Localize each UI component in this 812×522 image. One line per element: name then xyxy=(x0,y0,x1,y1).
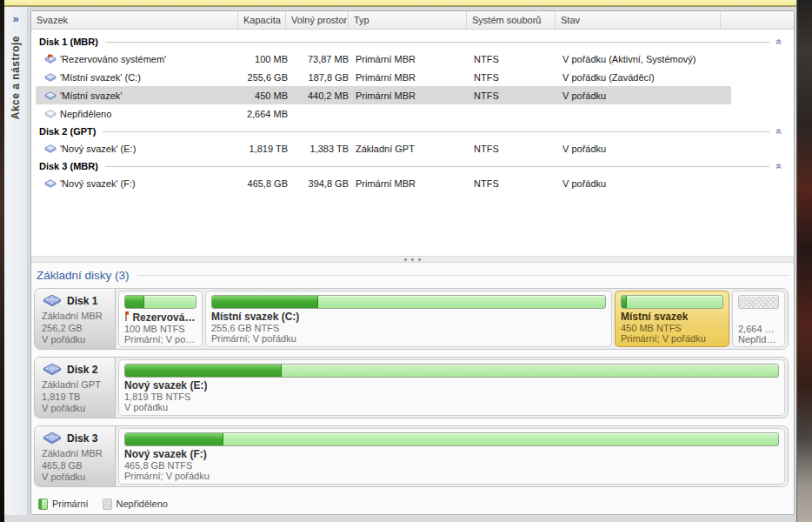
disk-header-card[interactable]: Disk 3Základní MBR465,8 GBV pořádku xyxy=(35,426,116,486)
section-rule xyxy=(137,275,789,276)
workspace: SvazekKapacitaVolný prostorTypSystém sou… xyxy=(28,7,796,515)
disk-group-label: Disk 2 (GPT) xyxy=(39,126,96,137)
partition-status-line: Nepřiděleno xyxy=(738,334,779,345)
disk-name: Disk 2 xyxy=(67,364,97,376)
partition-size-line: 450 MB NTFS xyxy=(621,323,723,334)
disk-name: Disk 3 xyxy=(67,432,97,445)
disk-group-header[interactable]: Disk 1 (MBR)« xyxy=(31,33,794,50)
disk-strips: Disk 1Základní MBR256,2 GBV pořádkuRezer… xyxy=(34,288,789,494)
partition-title-text: Nový svazek (E:) xyxy=(124,380,207,392)
volume-row[interactable]: 'Místní svazek'450 MB440,2 MBPrimární MB… xyxy=(36,86,731,104)
volume-flag-icon xyxy=(43,54,57,64)
disk-row: Disk 3Základní MBR465,8 GBV pořádkuNový … xyxy=(34,425,789,487)
legend-label: Nepřiděleno xyxy=(116,499,168,509)
disk-info-line: V pořádku xyxy=(42,334,109,346)
capacity-cell: 2,664 MB xyxy=(243,109,290,119)
partition-title-text: Místní svazek xyxy=(621,311,688,323)
filesystem-cell: NTFS xyxy=(471,144,560,154)
used-space-fill xyxy=(125,365,282,377)
partition-usage-bar xyxy=(124,364,779,378)
group-rule xyxy=(105,166,769,167)
partition-usage-bar xyxy=(621,295,723,309)
disk-header-card[interactable]: Disk 1Základní MBR256,2 GBV pořádku xyxy=(35,289,116,349)
used-space-fill xyxy=(125,296,144,308)
type-cell: Základní GPT xyxy=(353,144,471,154)
volume-icon xyxy=(43,178,57,189)
disk-group-header[interactable]: Disk 3 (MBR)« xyxy=(31,157,794,174)
column-header-stav[interactable]: Stav xyxy=(556,11,721,29)
disk-row: Disk 1Základní MBR256,2 GBV pořádkuRezer… xyxy=(34,288,789,350)
volume-row[interactable]: 'Místní svazek' (C:)255,6 GB187,8 GBPrim… xyxy=(36,68,731,86)
column-header-filler xyxy=(721,11,794,29)
partition-title: Nový svazek (F:) xyxy=(124,449,779,460)
partition-title-text: Nový svazek (F:) xyxy=(124,449,207,460)
disk-icon xyxy=(42,293,63,309)
capacity-cell: 1,819 TB xyxy=(243,144,290,154)
column-header-volny-prostor[interactable]: Volný prostor xyxy=(286,11,349,29)
unallocated-card[interactable]: 2,664 MBNepřiděleno xyxy=(732,291,785,347)
volume-name: 'Místní svazek' xyxy=(60,90,122,101)
disk-title-row: Disk 3 xyxy=(42,431,109,446)
partition-card[interactable]: Nový svazek (E:)1,819 TB NTFSV pořádku xyxy=(118,359,785,416)
partition-size-line: 465,8 GB NTFS xyxy=(124,460,779,472)
filesystem-cell: NTFS xyxy=(471,54,560,64)
column-header-kapacita[interactable]: Kapacita xyxy=(238,11,286,29)
partitions-row: Nový svazek (F:)465,8 GB NTFSPrimární; V… xyxy=(116,426,788,486)
partition-size-line: 1,819 TB NTFS xyxy=(124,392,779,403)
filesystem-cell: NTFS xyxy=(471,90,560,101)
sidebar-title: Akce a nástroje xyxy=(10,36,22,119)
volume-name-cell: 'Místní svazek' (C:) xyxy=(36,72,243,83)
free-space-cell: 187,8 GB xyxy=(290,72,353,83)
disk-header-card[interactable]: Disk 2Základní GPT1,819 TBV pořádku xyxy=(35,358,116,418)
actions-sidebar[interactable]: » Akce a nástroje xyxy=(4,7,28,515)
panel-splitter[interactable] xyxy=(31,256,794,263)
expand-sidebar-icon[interactable]: » xyxy=(12,13,18,25)
column-header-svazek[interactable]: Svazek xyxy=(31,11,238,29)
group-collapse-icon[interactable]: « xyxy=(775,38,784,44)
used-space-fill xyxy=(212,296,318,308)
type-cell: Primární MBR xyxy=(353,90,471,101)
volume-icon xyxy=(43,90,57,101)
partition-title-text: Místní svazek (C:) xyxy=(211,311,299,323)
partition-card[interactable]: Rezervováno systémem100 MB NTFSPrimární;… xyxy=(118,291,203,347)
volume-row[interactable]: 'Rezervováno systémem'100 MB73,87 MBPrim… xyxy=(36,50,731,68)
volume-row[interactable]: 'Nový svazek' (F:)465,8 GB394,8 GBPrimár… xyxy=(36,174,731,192)
disk-icon xyxy=(42,362,63,378)
screen: » Akce a nástroje SvazekKapacitaVolný pr… xyxy=(0,0,812,522)
partition-status-line: Primární; V pořádku xyxy=(211,333,606,345)
disk-group-header[interactable]: Disk 2 (GPT)« xyxy=(31,123,794,139)
partition-card[interactable]: Místní svazek450 MB NTFSPrimární; V pořá… xyxy=(615,291,729,347)
disk-icon xyxy=(42,431,63,446)
group-collapse-icon[interactable]: « xyxy=(775,128,784,134)
partition-title-empty xyxy=(738,311,779,324)
capacity-cell: 100 MB xyxy=(243,54,290,64)
status-cell: V pořádku (Zaváděcí) xyxy=(560,72,725,83)
capacity-cell: 255,6 GB xyxy=(243,72,290,83)
volume-name-cell: 'Nový svazek' (F:) xyxy=(36,178,243,189)
partition-card[interactable]: Místní svazek (C:)255,6 GB NTFSPrimární;… xyxy=(205,291,612,347)
disk-info-line: 1,819 TB xyxy=(42,392,109,404)
status-cell: V pořádku xyxy=(560,90,725,101)
disk-info-line: V pořádku xyxy=(42,472,109,484)
group-collapse-icon[interactable]: « xyxy=(775,163,784,169)
partition-status-line: Primární; V pořádku xyxy=(621,333,723,345)
partition-usage-bar xyxy=(124,432,779,446)
filesystem-cell: NTFS xyxy=(471,72,560,83)
group-rule xyxy=(103,131,769,132)
flag-icon xyxy=(124,311,129,324)
free-space-cell: 440,2 MB xyxy=(290,90,353,101)
column-header-typ[interactable]: Typ xyxy=(349,11,467,29)
disks-section-title: Základní disky (3) xyxy=(34,269,130,282)
volume-icon xyxy=(43,72,57,83)
partition-card[interactable]: Nový svazek (F:)465,8 GB NTFSPrimární; V… xyxy=(118,428,785,485)
volume-row[interactable]: 'Nový svazek' (E:)1,819 TB1,383 TBZáklad… xyxy=(36,139,731,157)
legend-swatch-unallocated xyxy=(103,499,112,510)
free-space-cell: 394,8 GB xyxy=(290,178,353,189)
status-cell: V pořádku xyxy=(560,144,725,154)
disk-group-label: Disk 3 (MBR) xyxy=(39,161,98,171)
partition-title: Místní svazek xyxy=(621,311,723,323)
disk-title-row: Disk 1 xyxy=(42,293,109,309)
volume-row[interactable]: Nepřiděleno2,664 MB xyxy=(36,104,731,123)
column-header-system-souboru[interactable]: Systém souborů xyxy=(467,11,556,29)
disk-row: Disk 2Základní GPT1,819 TBV pořádkuNový … xyxy=(34,357,789,418)
